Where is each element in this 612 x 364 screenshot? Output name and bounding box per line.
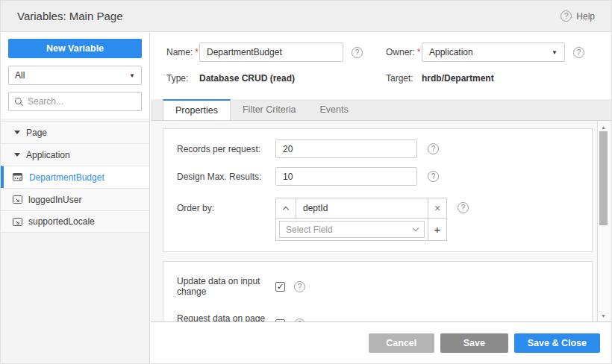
owner-help-icon[interactable]: ? <box>573 47 584 58</box>
variable-filter-dropdown[interactable]: All ▼ <box>8 66 142 85</box>
search-icon <box>14 97 24 107</box>
update-on-input-change-checkbox[interactable]: ✓ <box>275 282 285 292</box>
expander-icon <box>14 131 20 134</box>
owner-select[interactable]: Application ▼ <box>422 43 565 62</box>
tab-filter-criteria[interactable]: Filter Criteria <box>231 99 308 120</box>
scroll-up-icon[interactable]: ▲ <box>598 122 609 131</box>
design-max-results-input[interactable] <box>275 167 417 186</box>
variable-filter-value: All <box>15 70 25 81</box>
required-marker: * <box>195 47 199 57</box>
records-help-icon[interactable]: ? <box>428 143 439 154</box>
select-field-placeholder: Select Field <box>286 225 333 235</box>
type-label: Type: <box>166 73 199 84</box>
chevron-up-icon <box>283 206 289 212</box>
records-per-request-input[interactable] <box>275 139 417 158</box>
scroll-down-icon[interactable]: ▼ <box>598 311 609 320</box>
expander-icon <box>14 153 20 157</box>
chevron-down-icon: ▼ <box>552 49 558 56</box>
tree-item-loggedinuser[interactable]: loggedInUser <box>1 188 149 210</box>
request-on-page-load-checkbox[interactable]: ✓ <box>275 319 285 322</box>
variables-sidebar: New Variable All ▼ Page Application <box>1 33 150 363</box>
variable-search <box>8 92 142 111</box>
tree-group-label: Page <box>26 128 47 138</box>
tree-item-label: supportedLocale <box>28 216 95 227</box>
chevron-down-icon <box>413 225 419 231</box>
search-input[interactable] <box>28 96 143 107</box>
target-value: hrdb/Department <box>422 73 494 84</box>
order-by-field: deptId <box>296 198 428 218</box>
type-target-row: Type: Database CRUD (read) Target: hrdb/… <box>166 73 596 84</box>
new-variable-button[interactable]: New Variable <box>8 39 142 58</box>
update-on-input-change-label: Update data on input change <box>177 276 275 297</box>
data-settings-panel: Records per request: ? Design Max. Resul… <box>163 128 593 252</box>
update-on-input-change-row: Update data on input change ✓ ? <box>177 276 578 297</box>
page-title: Variables: Main Page <box>17 10 122 22</box>
help-button[interactable]: ? Help <box>561 10 595 22</box>
remove-field-button[interactable]: × <box>428 198 446 218</box>
tree-item-supportedlocale[interactable]: supportedLocale <box>1 210 149 233</box>
tree-item-departmentbudget[interactable]: DepartmentBudget <box>1 166 149 188</box>
tree-group-page[interactable]: Page <box>1 121 149 143</box>
owner-group: Owner:* Application ▼ ? <box>386 43 584 62</box>
update-on-input-change-help-icon[interactable]: ? <box>294 281 305 292</box>
name-help-icon[interactable]: ? <box>352 47 363 58</box>
owner-label: Owner:* <box>386 47 422 57</box>
save-button[interactable]: Save <box>440 333 508 353</box>
tree-group-application[interactable]: Application <box>1 143 149 166</box>
properties-scroll-area: Records per request: ? Design Max. Resul… <box>151 121 597 321</box>
dialog-header: Variables: Main Page ? Help <box>1 1 611 32</box>
variable-editor: Name:* ? Owner:* Application ▼ ? Type: D… <box>151 33 611 363</box>
chevron-down-icon: ▼ <box>129 72 135 79</box>
request-on-page-load-label: Request data on page load <box>177 313 275 321</box>
tab-events[interactable]: Events <box>308 99 360 120</box>
properties-content: Records per request: ? Design Max. Resul… <box>151 121 611 321</box>
database-variable-icon <box>13 173 23 182</box>
tree-item-label: DepartmentBudget <box>29 172 104 183</box>
required-marker: * <box>417 47 421 57</box>
tree-group-label: Application <box>26 150 70 160</box>
name-input[interactable] <box>199 43 343 62</box>
check-icon: ✓ <box>277 320 284 322</box>
name-owner-row: Name:* ? Owner:* Application ▼ ? <box>166 43 596 62</box>
help-icon: ? <box>561 10 572 22</box>
tab-properties[interactable]: Properties <box>163 99 231 120</box>
cancel-button[interactable]: Cancel <box>369 333 434 353</box>
select-field-wrap: Select Field <box>276 219 428 240</box>
owner-value: Application <box>429 47 473 57</box>
request-on-page-load-help-icon[interactable]: ? <box>294 318 305 322</box>
order-by-label: Order by: <box>177 198 275 219</box>
editor-tabbar: Properties Filter Criteria Events <box>151 99 611 121</box>
request-on-page-load-row: Request data on page load ✓ ? <box>177 313 578 321</box>
records-per-request-row: Records per request: ? <box>177 139 578 158</box>
sidebar-controls: New Variable All ▼ <box>1 33 149 119</box>
design-max-help-icon[interactable]: ? <box>428 171 439 182</box>
name-label: Name:* <box>166 47 199 57</box>
static-variable-icon <box>13 218 22 226</box>
order-by-row: Order by: deptId × Select Field <box>177 198 578 241</box>
variables-dialog: Variables: Main Page ? Help New Variable… <box>0 0 612 364</box>
scrollbar-thumb[interactable] <box>599 131 608 225</box>
dialog-footer: Cancel Save Save & Close <box>151 321 611 363</box>
static-variable-icon <box>13 195 22 204</box>
add-field-button[interactable]: + <box>428 219 446 240</box>
vertical-scrollbar[interactable]: ▲ ▼ <box>597 121 609 321</box>
order-by-help-icon[interactable]: ? <box>458 202 469 213</box>
select-field-dropdown[interactable]: Select Field <box>279 221 425 238</box>
variables-tree: Page Application DepartmentBudget logged… <box>1 121 149 233</box>
order-by-add-row: Select Field + <box>275 219 447 241</box>
sort-direction-toggle[interactable] <box>276 198 296 218</box>
type-value: Database CRUD (read) <box>199 73 386 84</box>
target-label: Target: <box>386 73 422 84</box>
check-icon: ✓ <box>277 283 284 291</box>
design-max-results-row: Design Max. Results: ? <box>177 167 578 186</box>
order-by-entry: deptId × <box>275 198 447 219</box>
behavior-panel: Update data on input change ✓ ? Request … <box>163 261 593 321</box>
help-label: Help <box>576 11 595 22</box>
design-max-results-label: Design Max. Results: <box>177 172 275 182</box>
order-by-control: deptId × Select Field + <box>275 198 447 241</box>
variable-meta-form: Name:* ? Owner:* Application ▼ ? Type: D… <box>151 33 611 99</box>
tree-item-label: loggedInUser <box>28 195 81 205</box>
records-per-request-label: Records per request: <box>177 144 275 154</box>
save-and-close-button[interactable]: Save & Close <box>514 333 600 353</box>
